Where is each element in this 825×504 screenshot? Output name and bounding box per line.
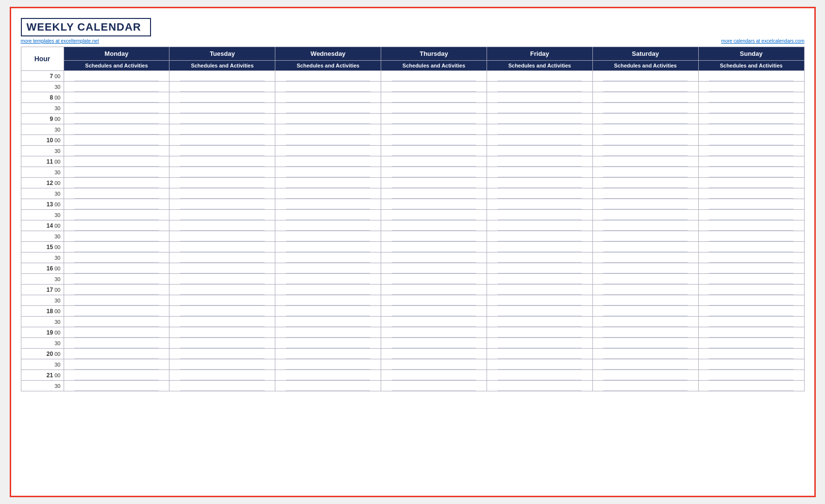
cell-20-30-day3[interactable]: [381, 359, 487, 370]
cell-12-00-day0[interactable]: [64, 178, 169, 188]
cell-14-00-day1[interactable]: [169, 220, 275, 231]
cell-11-30-day1[interactable]: [169, 167, 275, 178]
cell-18-00-day6[interactable]: [698, 306, 804, 317]
cell-20-30-day5[interactable]: [592, 359, 698, 370]
cell-15-30-day3[interactable]: [381, 252, 487, 263]
cell-12-30-day1[interactable]: [169, 188, 275, 199]
cell-13-00-day3[interactable]: [381, 199, 487, 210]
cell-15-30-day4[interactable]: [487, 252, 592, 263]
cell-21-30-day2[interactable]: [275, 381, 381, 391]
cell-10-30-day0[interactable]: [64, 146, 169, 156]
cell-9-00-day2[interactable]: [275, 114, 381, 124]
cell-16-00-day1[interactable]: [169, 263, 275, 274]
cell-14-30-day4[interactable]: [487, 231, 592, 242]
cell-17-00-day0[interactable]: [64, 285, 169, 295]
cell-10-30-day1[interactable]: [169, 146, 275, 156]
cell-14-30-day6[interactable]: [698, 231, 804, 242]
cell-20-30-day2[interactable]: [275, 359, 381, 370]
cell-12-00-day6[interactable]: [698, 178, 804, 188]
cell-15-30-day1[interactable]: [169, 252, 275, 263]
cell-19-30-day6[interactable]: [698, 338, 804, 349]
cell-21-00-day5[interactable]: [592, 370, 698, 381]
cell-21-00-day3[interactable]: [381, 370, 487, 381]
cell-9-30-day6[interactable]: [698, 124, 804, 135]
cell-9-00-day3[interactable]: [381, 114, 487, 124]
cell-8-00-day6[interactable]: [698, 92, 804, 103]
cell-17-00-day5[interactable]: [592, 285, 698, 295]
cell-7-30-day1[interactable]: [169, 82, 275, 92]
cell-17-30-day2[interactable]: [275, 295, 381, 306]
cell-16-30-day5[interactable]: [592, 274, 698, 285]
cell-18-00-day4[interactable]: [487, 306, 592, 317]
cell-8-30-day4[interactable]: [487, 103, 592, 114]
cell-7-30-day0[interactable]: [64, 82, 169, 92]
cell-15-30-day0[interactable]: [64, 252, 169, 263]
cell-8-00-day1[interactable]: [169, 92, 275, 103]
cell-14-30-day0[interactable]: [64, 231, 169, 242]
cell-13-30-day1[interactable]: [169, 210, 275, 220]
cell-7-30-day5[interactable]: [592, 82, 698, 92]
cell-11-00-day6[interactable]: [698, 156, 804, 167]
cell-16-30-day4[interactable]: [487, 274, 592, 285]
cell-19-30-day5[interactable]: [592, 338, 698, 349]
cell-10-00-day5[interactable]: [592, 135, 698, 146]
cell-13-00-day1[interactable]: [169, 199, 275, 210]
cell-21-30-day0[interactable]: [64, 381, 169, 391]
cell-12-30-day5[interactable]: [592, 188, 698, 199]
cell-14-30-day1[interactable]: [169, 231, 275, 242]
cell-16-00-day5[interactable]: [592, 263, 698, 274]
cell-15-00-day4[interactable]: [487, 242, 592, 252]
cell-12-30-day0[interactable]: [64, 188, 169, 199]
cell-19-30-day1[interactable]: [169, 338, 275, 349]
cell-21-00-day6[interactable]: [698, 370, 804, 381]
cell-11-00-day5[interactable]: [592, 156, 698, 167]
cell-7-30-day4[interactable]: [487, 82, 592, 92]
cell-19-30-day3[interactable]: [381, 338, 487, 349]
cell-9-30-day0[interactable]: [64, 124, 169, 135]
cell-13-30-day5[interactable]: [592, 210, 698, 220]
cell-9-30-day5[interactable]: [592, 124, 698, 135]
cell-19-00-day3[interactable]: [381, 327, 487, 338]
cell-7-00-day0[interactable]: [64, 71, 169, 82]
cell-8-00-day4[interactable]: [487, 92, 592, 103]
cell-20-30-day6[interactable]: [698, 359, 804, 370]
cell-13-30-day0[interactable]: [64, 210, 169, 220]
cell-19-30-day4[interactable]: [487, 338, 592, 349]
cell-16-00-day6[interactable]: [698, 263, 804, 274]
cell-16-30-day3[interactable]: [381, 274, 487, 285]
cell-11-30-day6[interactable]: [698, 167, 804, 178]
cell-17-30-day5[interactable]: [592, 295, 698, 306]
cell-19-00-day4[interactable]: [487, 327, 592, 338]
cell-13-00-day5[interactable]: [592, 199, 698, 210]
cell-9-00-day5[interactable]: [592, 114, 698, 124]
cell-15-00-day1[interactable]: [169, 242, 275, 252]
cell-20-00-day2[interactable]: [275, 349, 381, 359]
cell-10-00-day6[interactable]: [698, 135, 804, 146]
cell-16-00-day0[interactable]: [64, 263, 169, 274]
cell-11-00-day1[interactable]: [169, 156, 275, 167]
cell-19-00-day0[interactable]: [64, 327, 169, 338]
cell-8-30-day5[interactable]: [592, 103, 698, 114]
cell-20-00-day0[interactable]: [64, 349, 169, 359]
cell-17-00-day2[interactable]: [275, 285, 381, 295]
cell-17-30-day0[interactable]: [64, 295, 169, 306]
cell-19-00-day6[interactable]: [698, 327, 804, 338]
cell-10-00-day4[interactable]: [487, 135, 592, 146]
cell-21-30-day6[interactable]: [698, 381, 804, 391]
cell-18-30-day1[interactable]: [169, 317, 275, 327]
cell-10-30-day6[interactable]: [698, 146, 804, 156]
cell-10-00-day1[interactable]: [169, 135, 275, 146]
cell-17-30-day4[interactable]: [487, 295, 592, 306]
cell-12-30-day3[interactable]: [381, 188, 487, 199]
cell-13-30-day3[interactable]: [381, 210, 487, 220]
cell-15-00-day5[interactable]: [592, 242, 698, 252]
cell-10-00-day2[interactable]: [275, 135, 381, 146]
cell-13-00-day2[interactable]: [275, 199, 381, 210]
cell-12-00-day1[interactable]: [169, 178, 275, 188]
cell-16-30-day6[interactable]: [698, 274, 804, 285]
cell-8-30-day6[interactable]: [698, 103, 804, 114]
cell-10-30-day3[interactable]: [381, 146, 487, 156]
cell-17-00-day1[interactable]: [169, 285, 275, 295]
cell-10-30-day2[interactable]: [275, 146, 381, 156]
cell-8-30-day1[interactable]: [169, 103, 275, 114]
